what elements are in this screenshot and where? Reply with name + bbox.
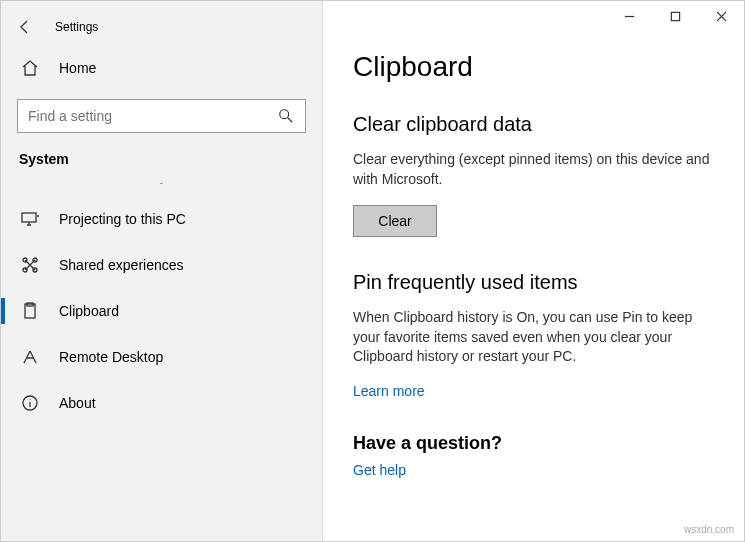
clear-button[interactable]: Clear bbox=[353, 205, 437, 237]
shared-icon bbox=[21, 256, 39, 274]
minimize-button[interactable] bbox=[606, 1, 652, 31]
svg-point-0 bbox=[280, 110, 289, 119]
pin-section: Pin frequently used items When Clipboard… bbox=[353, 271, 714, 399]
sidebar-item-remote[interactable]: Remote Desktop bbox=[1, 334, 322, 380]
clear-title: Clear clipboard data bbox=[353, 113, 714, 136]
nav-label: Shared experiences bbox=[59, 257, 184, 273]
sidebar-item-about[interactable]: About bbox=[1, 380, 322, 426]
search-input[interactable] bbox=[28, 108, 258, 124]
sidebar-item-projecting[interactable]: Projecting to this PC bbox=[1, 196, 322, 242]
nav-label: Projecting to this PC bbox=[59, 211, 186, 227]
category-label: System bbox=[1, 145, 322, 173]
separator: - bbox=[1, 173, 322, 196]
pin-title: Pin frequently used items bbox=[353, 271, 714, 294]
window-title: Settings bbox=[55, 20, 98, 34]
watermark: wsxdn.com bbox=[684, 524, 734, 535]
main-content: Clipboard Clear clipboard data Clear eve… bbox=[323, 1, 744, 541]
home-label: Home bbox=[59, 60, 96, 76]
clear-section: Clear clipboard data Clear everything (e… bbox=[353, 113, 714, 237]
search-box[interactable] bbox=[17, 99, 306, 133]
projecting-icon bbox=[21, 210, 39, 228]
sidebar: Settings Home System - Projecting to thi… bbox=[1, 1, 323, 541]
home-nav[interactable]: Home bbox=[1, 45, 322, 91]
page-heading: Clipboard bbox=[353, 51, 714, 83]
sidebar-item-clipboard[interactable]: Clipboard bbox=[1, 288, 322, 334]
sidebar-item-shared[interactable]: Shared experiences bbox=[1, 242, 322, 288]
pin-body: When Clipboard history is On, you can us… bbox=[353, 308, 714, 367]
remote-icon bbox=[21, 348, 39, 366]
nav-label: About bbox=[59, 395, 96, 411]
clipboard-icon bbox=[21, 302, 39, 320]
question-section: Have a question? Get help bbox=[353, 433, 714, 478]
about-icon bbox=[21, 394, 39, 412]
clear-body: Clear everything (except pinned items) o… bbox=[353, 150, 714, 189]
question-title: Have a question? bbox=[353, 433, 714, 454]
svg-rect-1 bbox=[22, 213, 36, 222]
search-icon bbox=[277, 107, 295, 125]
close-button[interactable] bbox=[698, 1, 744, 31]
get-help-link[interactable]: Get help bbox=[353, 462, 714, 478]
nav-label: Clipboard bbox=[59, 303, 119, 319]
nav-label: Remote Desktop bbox=[59, 349, 163, 365]
learn-more-link[interactable]: Learn more bbox=[353, 383, 714, 399]
back-button[interactable] bbox=[13, 15, 37, 39]
svg-rect-9 bbox=[671, 12, 679, 20]
titlebar: Settings bbox=[1, 9, 322, 45]
home-icon bbox=[21, 59, 39, 77]
window-controls bbox=[606, 1, 744, 31]
maximize-button[interactable] bbox=[652, 1, 698, 31]
